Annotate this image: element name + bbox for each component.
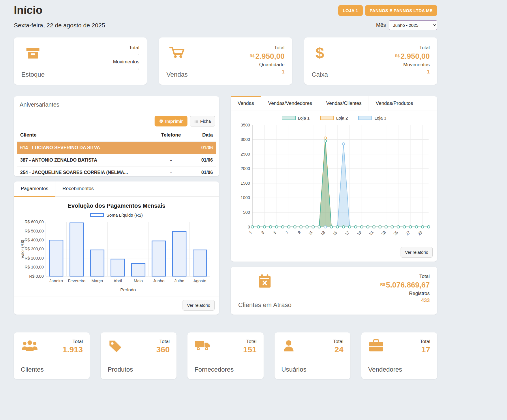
birthdays-card: Aniversariantes Imprimir (14, 96, 219, 176)
amount: 5.076.869,67 (386, 281, 430, 289)
card-title: Caixa (312, 71, 328, 78)
card-title: Produtos (108, 366, 170, 373)
svg-text:13: 13 (320, 230, 326, 237)
column-header-telefone: Telefone (152, 130, 190, 142)
summary-card-caixa: $ Caixa Total R$2.950,00 Movimentos 1 (304, 37, 437, 85)
calendar-x-icon (238, 274, 292, 289)
tab-pagamentos[interactable]: Pagamentos (14, 181, 55, 197)
metric-label: Total (380, 274, 430, 279)
header-buttons: LOJA 1 PANNOS E PANNOS LTDA ME (338, 5, 437, 16)
currency-symbol: R$ (380, 282, 385, 287)
sales-legend: Loja 1 Loja 2 Loja 3 (231, 116, 437, 120)
metric-value: R$2.950,00 (395, 52, 430, 61)
month-select[interactable]: Junho - 2025 (389, 20, 437, 30)
truck-icon (194, 339, 211, 352)
table-row[interactable]: 254 - JACQUELINE SOARES CORREIA (NELMA..… (17, 167, 216, 177)
cell-data: 01/06 (190, 142, 216, 154)
card-title: Vendas (166, 71, 187, 78)
svg-text:2500: 2500 (241, 152, 250, 156)
metric-value: R$2.950,00 (250, 52, 285, 61)
box-icon (21, 45, 45, 60)
svg-text:9: 9 (297, 230, 302, 235)
cell-cliente: 614 - LUCIANO SEVERINO DA SILVA (17, 142, 152, 154)
metric-label: Registros (380, 291, 430, 296)
legend-swatch-loja2 (320, 116, 334, 120)
table-row[interactable]: 387 - ANTONIO ZENALDO BATISTA - 01/06 (17, 154, 216, 167)
svg-text:0: 0 (248, 225, 250, 229)
cell-telefone: - (152, 142, 190, 154)
card-title: Vendedores (368, 366, 430, 373)
legend-swatch-loja1 (282, 116, 296, 120)
store-button[interactable]: LOJA 1 (338, 5, 363, 16)
cell-cliente: 254 - JACQUELINE SOARES CORREIA (NELMA..… (17, 167, 152, 177)
birthdays-table: Cliente Telefone Data 614 - LUCIANO SEVE… (17, 130, 216, 176)
summary-cards: Estoque Total - Movimentos - Vendas (14, 37, 437, 85)
ficha-button[interactable]: Ficha (190, 116, 215, 126)
svg-text:2000: 2000 (241, 166, 250, 171)
metric-label: Total (420, 339, 430, 345)
svg-text:5: 5 (273, 230, 277, 235)
metric-label: Total (333, 339, 343, 345)
payments-report-button[interactable]: Ver relatório (183, 300, 215, 311)
print-button-label: Imprimir (165, 119, 183, 124)
metric-label: Total (63, 339, 83, 345)
svg-text:R$ 500,00: R$ 500,00 (25, 229, 44, 233)
sales-card: Vendas Vendas/Vendedores Vendas/Clientes… (231, 96, 437, 262)
company-button[interactable]: PANNOS E PANNOS LTDA ME (365, 5, 437, 16)
print-button[interactable]: Imprimir (155, 116, 188, 126)
page-title: Início (14, 4, 42, 16)
table-row[interactable]: 614 - LUCIANO SEVERINO DA SILVA - 01/06 (17, 142, 216, 154)
payments-tabs: Pagamentos Recebimentos (14, 181, 219, 197)
birthdays-title: Aniversariantes (14, 96, 219, 112)
card-title: Clientes em Atraso (238, 301, 292, 309)
metric-value: 360 (156, 345, 170, 354)
svg-text:500: 500 (243, 210, 250, 215)
svg-text:Valor (R$): Valor (R$) (20, 240, 25, 258)
people-icon (21, 339, 39, 353)
dashboard-page: Início LOJA 1 PANNOS E PANNOS LTDA ME Se… (14, 4, 437, 379)
svg-text:Período: Período (120, 287, 136, 292)
summary-card-estoque: Estoque Total - Movimentos - (14, 37, 147, 85)
header: Início LOJA 1 PANNOS E PANNOS LTDA ME (14, 4, 437, 16)
svg-text:Janeiro: Janeiro (49, 279, 63, 283)
svg-text:Junho: Junho (153, 279, 164, 283)
metric-label: Movimentos (113, 59, 140, 65)
metric-label: Total (250, 45, 285, 51)
bottom-card-fornecedores: Total 151 Fornecedores (187, 332, 263, 379)
sales-report-button[interactable]: Ver relatório (401, 247, 433, 258)
card-title: Fornecedores (194, 366, 256, 373)
svg-text:23: 23 (380, 230, 387, 237)
tab-vendas-produtos[interactable]: Vendas/Produtos (369, 96, 420, 111)
sales-line-chart: 0500100015002000250030003500135791113151… (231, 122, 437, 243)
late-clients-card: Clientes em Atraso Total R$5.076.869,67 … (231, 267, 437, 315)
metric-label: Movimentos (395, 62, 430, 68)
svg-text:3: 3 (260, 230, 265, 235)
tab-recebimentos[interactable]: Recebimentos (55, 181, 101, 196)
legend-label: Loja 1 (298, 116, 310, 120)
svg-text:19: 19 (356, 230, 362, 236)
card-title: Usuários (281, 366, 343, 373)
cell-data: 01/06 (190, 167, 216, 177)
svg-text:3000: 3000 (241, 137, 250, 142)
svg-text:Julho: Julho (174, 279, 184, 283)
cell-telefone: - (152, 154, 190, 167)
svg-text:15: 15 (332, 230, 338, 237)
metric-label: Total (395, 45, 430, 51)
tab-vendas-clientes[interactable]: Vendas/Clientes (319, 96, 369, 111)
cell-cliente: 387 - ANTONIO ZENALDO BATISTA (17, 154, 152, 167)
bottom-card-usuarios: Total 24 Usuários (275, 332, 350, 379)
svg-text:R$ 100,00: R$ 100,00 (25, 265, 44, 269)
card-title: Estoque (21, 71, 45, 78)
bottom-card-produtos: Total 360 Produtos (101, 332, 176, 379)
month-picker: Mês Junho - 2025 (376, 20, 437, 30)
list-icon (194, 119, 198, 123)
tab-vendas[interactable]: Vendas (231, 96, 261, 111)
metric-value: - (113, 52, 140, 58)
metric-value: R$5.076.869,67 (380, 281, 430, 290)
currency-symbol: R$ (250, 54, 255, 58)
column-header-cliente: Cliente (17, 130, 152, 142)
tab-vendas-vendedores[interactable]: Vendas/Vendedores (261, 96, 319, 111)
svg-text:25: 25 (393, 230, 399, 237)
bottom-cards: Total 1.913 Clientes Total 360 Pr (14, 332, 437, 379)
metric-value: - (113, 66, 140, 72)
